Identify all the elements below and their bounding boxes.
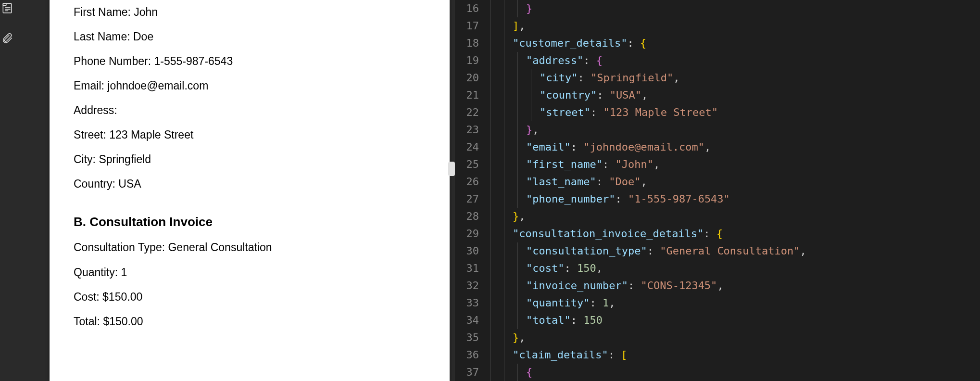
line-number: 24 bbox=[455, 139, 479, 156]
code-content[interactable]: }],"customer_details": {"address": {"cit… bbox=[486, 0, 980, 381]
line-number: 20 bbox=[455, 69, 479, 87]
code-line[interactable]: }, bbox=[486, 208, 980, 225]
code-line[interactable]: "last_name": "Doe", bbox=[486, 173, 980, 190]
sidebar bbox=[0, 0, 14, 381]
code-line[interactable]: "first_name": "John", bbox=[486, 156, 980, 173]
line-number: 22 bbox=[455, 104, 479, 121]
country-line: Country: USA bbox=[74, 177, 426, 191]
line-number: 21 bbox=[455, 87, 479, 104]
street-line: Street: 123 Maple Street bbox=[74, 127, 426, 142]
code-line[interactable]: }, bbox=[486, 329, 980, 346]
svg-rect-0 bbox=[3, 3, 11, 13]
code-line[interactable]: ], bbox=[486, 17, 980, 35]
line-number: 32 bbox=[455, 277, 479, 294]
line-number: 25 bbox=[455, 156, 479, 173]
code-line[interactable]: }, bbox=[486, 121, 980, 139]
line-number: 30 bbox=[455, 242, 479, 260]
code-line[interactable]: "quantity": 1, bbox=[486, 294, 980, 312]
code-line[interactable]: "total": 150 bbox=[486, 312, 980, 329]
code-line[interactable]: "address": { bbox=[486, 52, 980, 69]
address-line: Address: bbox=[74, 103, 426, 118]
line-number: 16 bbox=[455, 0, 479, 17]
code-line[interactable]: "street": "123 Maple Street" bbox=[486, 104, 980, 121]
code-line[interactable]: "consultation_invoice_details": { bbox=[486, 225, 980, 242]
code-line[interactable]: "city": "Springfield", bbox=[486, 69, 980, 87]
line-number: 17 bbox=[455, 17, 479, 35]
line-number: 34 bbox=[455, 312, 479, 329]
code-line[interactable]: "country": "USA", bbox=[486, 87, 980, 104]
line-number: 36 bbox=[455, 346, 479, 364]
line-number: 26 bbox=[455, 173, 479, 190]
line-number: 35 bbox=[455, 329, 479, 346]
code-line[interactable]: "email": "johndoe@email.com", bbox=[486, 139, 980, 156]
scrollbar-thumb[interactable] bbox=[448, 162, 455, 176]
code-editor[interactable]: 1617181920212223242526272829303132333435… bbox=[455, 0, 980, 381]
email-line: Email: johndoe@email.com bbox=[74, 78, 426, 93]
code-line[interactable]: "invoice_number": "CONS-12345", bbox=[486, 277, 980, 294]
code-line[interactable]: "consultation_type": "General Consultati… bbox=[486, 242, 980, 260]
line-gutter: 1617181920212223242526272829303132333435… bbox=[455, 0, 486, 381]
phone-line: Phone Number: 1-555-987-6543 bbox=[74, 54, 426, 69]
line-number: 18 bbox=[455, 35, 479, 52]
line-number: 27 bbox=[455, 190, 479, 208]
code-line[interactable]: "cost": 150, bbox=[486, 260, 980, 277]
line-number: 37 bbox=[455, 364, 479, 381]
document-page[interactable]: First Name: John Last Name: Doe Phone Nu… bbox=[50, 0, 450, 381]
quantity-line: Quantity: 1 bbox=[74, 265, 426, 280]
code-line[interactable]: "claim_details": [ bbox=[486, 346, 980, 364]
code-line[interactable]: } bbox=[486, 0, 980, 17]
line-number: 33 bbox=[455, 294, 479, 312]
city-line: City: Springfield bbox=[74, 152, 426, 167]
line-number: 23 bbox=[455, 121, 479, 139]
attachment-icon[interactable] bbox=[1, 32, 13, 44]
section-b-heading: B. Consultation Invoice bbox=[74, 214, 426, 230]
code-line[interactable]: "phone_number": "1-555-987-6543" bbox=[486, 190, 980, 208]
code-line[interactable]: "customer_details": { bbox=[486, 35, 980, 52]
code-line[interactable]: { bbox=[486, 364, 980, 381]
first-name-line: First Name: John bbox=[74, 5, 426, 20]
line-number: 31 bbox=[455, 260, 479, 277]
consultation-type-line: Consultation Type: General Consultation bbox=[74, 240, 426, 255]
line-number: 29 bbox=[455, 225, 479, 242]
line-number: 19 bbox=[455, 52, 479, 69]
total-line: Total: $150.00 bbox=[74, 314, 426, 329]
cost-line: Cost: $150.00 bbox=[74, 290, 426, 305]
document-panel: First Name: John Last Name: Doe Phone Nu… bbox=[14, 0, 455, 381]
line-number: 28 bbox=[455, 208, 479, 225]
page-icon[interactable] bbox=[1, 2, 13, 14]
last-name-line: Last Name: Doe bbox=[74, 29, 426, 44]
